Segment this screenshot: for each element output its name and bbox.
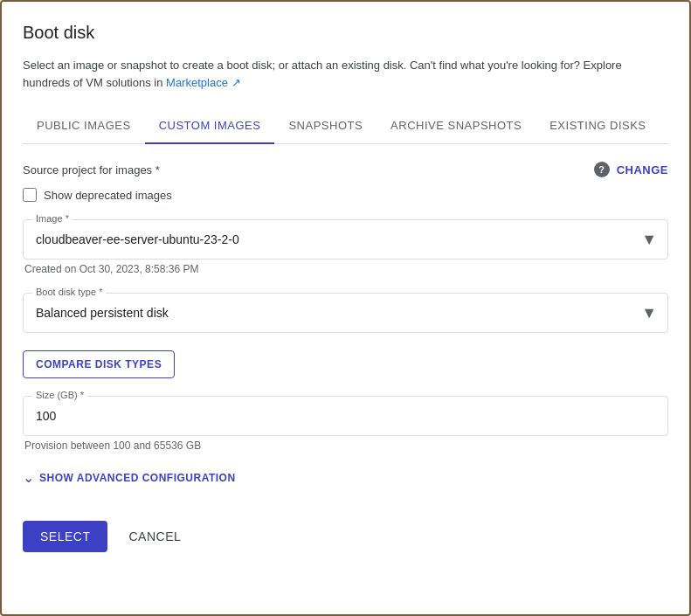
marketplace-link[interactable]: Marketplace ↗ bbox=[166, 76, 240, 89]
chevron-down-icon: ⌄ bbox=[23, 469, 34, 486]
change-button[interactable]: CHANGE bbox=[617, 163, 668, 176]
advanced-configuration-row[interactable]: ⌄ SHOW ADVANCED CONFIGURATION bbox=[23, 469, 668, 486]
change-row: ? CHANGE bbox=[594, 162, 668, 177]
show-deprecated-checkbox[interactable] bbox=[23, 188, 37, 202]
show-deprecated-label[interactable]: Show deprecated images bbox=[44, 189, 172, 202]
boot-disk-type-field-group: Boot disk type * Balanced persistent dis… bbox=[23, 293, 668, 333]
image-field-group: Image * cloudbeaver-ee-server-ubuntu-23-… bbox=[23, 219, 668, 275]
tab-public-images[interactable]: PUBLIC IMAGES bbox=[23, 108, 145, 144]
dialog-title: Boot disk bbox=[23, 23, 668, 43]
size-field-group: Size (GB) * Provision between 100 and 65… bbox=[23, 396, 668, 452]
image-select[interactable]: cloudbeaver-ee-server-ubuntu-23-2-0 bbox=[24, 220, 667, 259]
image-field-label: Image * bbox=[32, 213, 73, 224]
tab-custom-images[interactable]: CUSTOM IMAGES bbox=[145, 108, 275, 144]
size-field-wrapper: Size (GB) * bbox=[23, 396, 668, 436]
boot-disk-type-select[interactable]: Balanced persistent diskSSD persistent d… bbox=[24, 294, 667, 332]
actions-bar: SELECT CANCEL bbox=[23, 521, 668, 552]
compare-disk-types-button[interactable]: COMPARE DISK TYPES bbox=[23, 350, 175, 378]
tab-archive-snapshots[interactable]: ARCHIVE SNAPSHOTS bbox=[377, 108, 536, 144]
tab-bar: PUBLIC IMAGES CUSTOM IMAGES SNAPSHOTS AR… bbox=[23, 108, 668, 144]
source-project-label: Source project for images * bbox=[23, 163, 160, 176]
help-icon[interactable]: ? bbox=[594, 162, 610, 177]
size-input[interactable] bbox=[24, 397, 667, 435]
select-button[interactable]: SELECT bbox=[23, 521, 107, 552]
cancel-button[interactable]: CANCEL bbox=[121, 521, 188, 552]
boot-disk-type-label: Boot disk type * bbox=[32, 287, 106, 297]
source-project-row: Source project for images * ? CHANGE bbox=[23, 162, 668, 177]
boot-disk-type-wrapper: Boot disk type * Balanced persistent dis… bbox=[23, 293, 668, 333]
advanced-configuration-label: SHOW ADVANCED CONFIGURATION bbox=[39, 472, 236, 484]
description-text: Select an image or snapshot to create a … bbox=[23, 59, 622, 89]
size-field-label: Size (GB) * bbox=[32, 390, 87, 400]
image-field-hint: Created on Oct 30, 2023, 8:58:36 PM bbox=[23, 263, 668, 275]
deprecated-images-row: Show deprecated images bbox=[23, 188, 668, 202]
tab-snapshots[interactable]: SNAPSHOTS bbox=[274, 108, 377, 144]
size-field-hint: Provision between 100 and 65536 GB bbox=[23, 440, 668, 452]
image-select-wrapper: Image * cloudbeaver-ee-server-ubuntu-23-… bbox=[23, 219, 668, 260]
boot-disk-dialog: Boot disk Select an image or snapshot to… bbox=[0, 0, 691, 616]
description: Select an image or snapshot to create a … bbox=[23, 57, 668, 91]
tab-existing-disks[interactable]: EXISTING DISKS bbox=[536, 108, 660, 144]
